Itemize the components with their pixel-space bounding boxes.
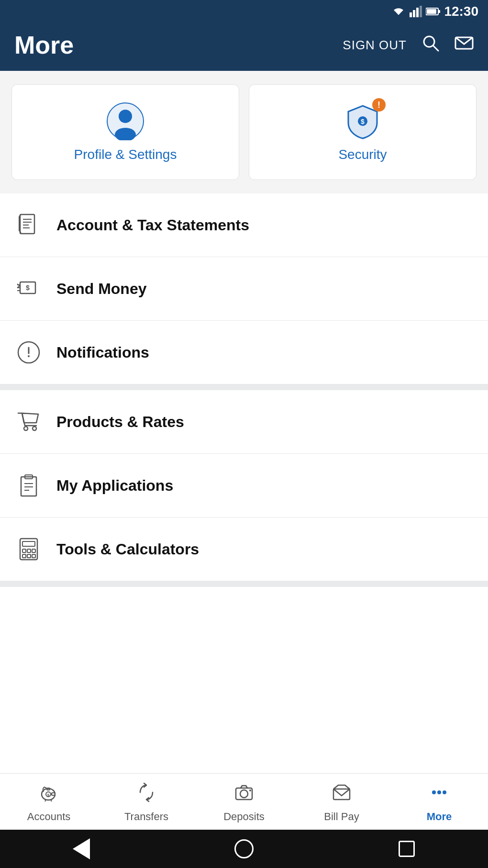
svg-point-59 [437, 790, 441, 794]
nav-bill-pay-label: Bill Pay [324, 811, 359, 823]
alert-icon [14, 338, 43, 367]
svg-point-12 [119, 110, 132, 123]
svg-rect-43 [32, 549, 35, 552]
status-time: 12:30 [444, 4, 478, 19]
products-rates-label: Products & Rates [56, 413, 184, 431]
my-applications-item[interactable]: My Applications [0, 454, 488, 518]
app-header: More SIGN OUT [0, 23, 488, 71]
sign-out-button[interactable]: SIGN OUT [343, 38, 407, 53]
nav-deposits[interactable]: Deposits [195, 774, 293, 830]
security-card[interactable]: $ ! Security [249, 84, 477, 180]
svg-point-55 [240, 790, 248, 798]
svg-point-58 [432, 790, 436, 794]
camera-icon [234, 782, 254, 807]
nav-transfers-label: Transfers [124, 811, 168, 823]
security-icon-wrap: $ ! [344, 102, 382, 140]
nav-more-label: More [427, 811, 452, 823]
nav-accounts-label: Accounts [27, 811, 71, 823]
svg-rect-44 [22, 554, 26, 558]
android-nav-bar [0, 830, 488, 868]
svg-point-31 [28, 355, 30, 357]
android-recents-button[interactable] [396, 838, 417, 859]
status-icons: 12:30 [391, 4, 478, 19]
svg-point-56 [249, 789, 251, 791]
svg-rect-1 [413, 10, 415, 17]
signal-icon [410, 6, 422, 17]
svg-line-8 [433, 45, 438, 51]
search-icon[interactable] [421, 34, 440, 57]
status-bar: 12:30 [0, 0, 488, 23]
android-back-button[interactable] [71, 838, 92, 859]
cards-row: Profile & Settings $ ! Security [0, 71, 488, 193]
svg-text:$: $ [361, 118, 365, 125]
svg-text:$: $ [26, 284, 30, 292]
svg-point-33 [33, 427, 36, 430]
nav-more[interactable]: More [390, 774, 488, 830]
account-tax-label: Account & Tax Statements [56, 216, 249, 234]
profile-icon [106, 102, 144, 140]
back-arrow-icon [73, 838, 90, 859]
cart-icon [14, 407, 43, 436]
notifications-item[interactable]: Notifications [0, 321, 488, 384]
notifications-label: Notifications [56, 344, 149, 361]
tools-calculators-item[interactable]: Tools & Calculators [0, 518, 488, 581]
svg-text:$: $ [47, 793, 50, 797]
my-applications-label: My Applications [56, 477, 173, 495]
svg-point-60 [443, 790, 446, 794]
profile-icon-wrap [106, 102, 144, 140]
recents-square-icon [399, 841, 415, 857]
bottom-section-divider [0, 581, 488, 587]
home-circle-icon [234, 839, 254, 858]
svg-rect-0 [410, 12, 412, 17]
svg-line-21 [19, 214, 21, 216]
products-rates-item[interactable]: Products & Rates [0, 390, 488, 454]
message-icon[interactable] [455, 34, 474, 57]
wifi-icon [391, 6, 406, 17]
profile-settings-card[interactable]: Profile & Settings [11, 84, 239, 180]
menu-list: Account & Tax Statements $ Send Money [0, 193, 488, 773]
send-money-icon: $ [14, 274, 43, 303]
document-icon [14, 211, 43, 239]
svg-line-23 [19, 231, 21, 233]
svg-rect-3 [420, 6, 422, 17]
svg-rect-45 [27, 554, 31, 558]
nav-bill-pay[interactable]: Bill Pay [293, 774, 390, 830]
main-content: Profile & Settings $ ! Security [0, 71, 488, 773]
svg-rect-40 [22, 541, 35, 546]
profile-settings-label: Profile & Settings [74, 147, 177, 162]
send-money-item[interactable]: $ Send Money [0, 257, 488, 321]
nav-deposits-label: Deposits [223, 811, 265, 823]
account-tax-item[interactable]: Account & Tax Statements [0, 193, 488, 257]
tools-calculators-label: Tools & Calculators [56, 541, 199, 558]
transfers-icon [136, 782, 156, 807]
svg-rect-46 [32, 554, 35, 558]
svg-rect-2 [416, 8, 419, 17]
svg-rect-5 [438, 10, 440, 13]
svg-rect-16 [20, 214, 34, 234]
svg-rect-6 [427, 9, 436, 14]
section-divider [0, 384, 488, 390]
calculator-icon [14, 535, 43, 564]
svg-rect-42 [27, 549, 31, 552]
clipboard-icon [14, 471, 43, 500]
svg-rect-41 [22, 549, 26, 552]
nav-transfers[interactable]: Transfers [98, 774, 195, 830]
android-home-button[interactable] [233, 838, 255, 859]
security-label: Security [338, 147, 387, 162]
dots-icon [429, 782, 449, 807]
page-title: More [14, 31, 333, 59]
piggy-icon: $ [39, 782, 59, 807]
envelope-open-icon [332, 782, 352, 807]
security-alert-badge: ! [372, 98, 386, 112]
send-money-label: Send Money [56, 280, 146, 298]
bottom-nav: $ Accounts Transfers [0, 773, 488, 830]
nav-accounts[interactable]: $ Accounts [0, 774, 98, 830]
battery-icon [426, 7, 440, 16]
svg-point-32 [24, 427, 28, 430]
header-actions: SIGN OUT [343, 34, 474, 57]
